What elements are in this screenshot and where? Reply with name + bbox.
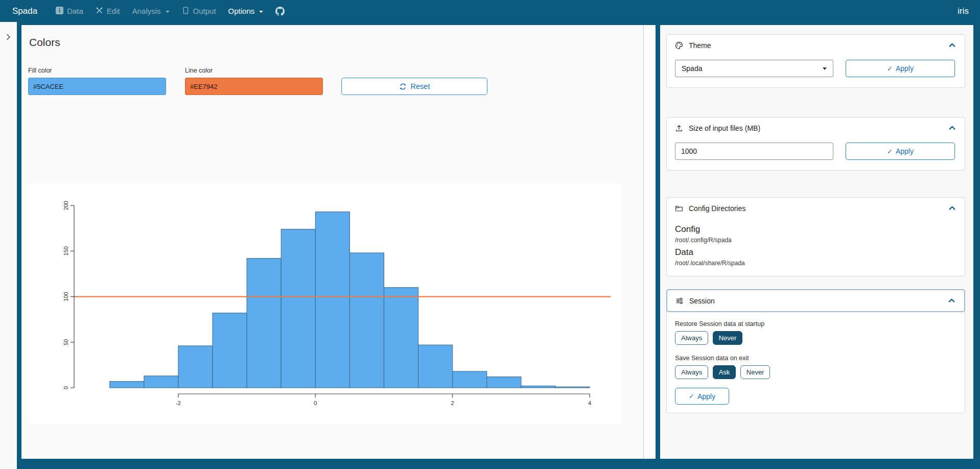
svg-text:0: 0 <box>314 400 317 406</box>
restore-session-toggle-group: Always Never <box>675 331 956 345</box>
data-dir-path: /root/.local/share/R/spada <box>675 260 956 267</box>
restore-always-button[interactable]: Always <box>675 331 708 345</box>
chevron-up-icon[interactable] <box>947 296 956 305</box>
svg-text:2: 2 <box>451 400 454 406</box>
theme-apply-label: Apply <box>896 64 914 73</box>
nav-item-label: Data <box>67 7 83 15</box>
nav-item-output[interactable]: Output <box>182 7 216 16</box>
config-dirs-panel-body: Config /root/.config/R/spada Data /root/… <box>667 219 965 276</box>
content-frame: Colors Fill color Line color Reset <box>17 22 980 469</box>
config-dirs-panel-title: Config Directories <box>689 204 745 213</box>
theme-panel-body: Spada ✓ Apply <box>667 56 965 87</box>
file-size-panel-body: ✓ Apply <box>667 138 965 170</box>
svg-text:100: 100 <box>63 292 69 301</box>
line-color-label: Line color <box>185 67 323 74</box>
sliders-icon <box>675 297 684 305</box>
check-icon: ✓ <box>689 392 694 400</box>
app-brand[interactable]: Spada <box>12 6 37 16</box>
save-session-toggle-group: Always Ask Never <box>675 365 956 379</box>
save-never-button[interactable]: Never <box>740 365 771 379</box>
options-sidebar: Theme Spada ✓ Apply <box>660 25 973 459</box>
restore-never-button[interactable]: Never <box>713 331 743 345</box>
histogram-plot: 050100150200-2024 <box>28 183 622 424</box>
nav-item-edit[interactable]: Edit <box>96 7 120 16</box>
line-color-input[interactable] <box>185 78 323 95</box>
session-panel-title: Session <box>689 297 715 305</box>
config-dirs-panel: Config Directories Config /root/.config/… <box>666 197 965 276</box>
chevron-down-icon <box>823 67 827 70</box>
svg-text:0: 0 <box>63 386 69 389</box>
page-content: Colors Fill color Line color Reset <box>0 22 980 469</box>
file-size-apply-button[interactable]: ✓ Apply <box>846 143 955 160</box>
fill-color-label: Fill color <box>28 67 166 74</box>
data-dir-name: Data <box>675 247 956 257</box>
config-dir-path: /root/.config/R/spada <box>675 237 956 244</box>
theme-select[interactable]: Spada <box>675 60 833 77</box>
nav-item-data[interactable]: Data <box>56 7 83 16</box>
file-size-input[interactable] <box>675 143 833 160</box>
info-square-icon <box>56 7 63 16</box>
fill-color-group: Fill color <box>28 67 166 95</box>
active-dataset-label: iris <box>958 6 969 16</box>
main-scrollbar-track[interactable] <box>643 25 656 459</box>
reset-label: Reset <box>411 82 430 90</box>
theme-panel-header[interactable]: Theme <box>667 35 965 56</box>
palette-icon <box>675 41 683 50</box>
config-dir-name: Config <box>675 224 956 235</box>
config-dirs-panel-header[interactable]: Config Directories <box>667 198 965 219</box>
svg-text:4: 4 <box>588 400 591 406</box>
theme-panel: Theme Spada ✓ Apply <box>666 34 965 88</box>
nav-item-options[interactable]: Options <box>228 7 264 15</box>
file-size-apply-label: Apply <box>896 147 914 155</box>
main-panel: Colors Fill color Line color Reset <box>21 25 656 459</box>
svg-text:-2: -2 <box>176 400 181 406</box>
session-apply-label: Apply <box>697 392 715 401</box>
chevron-up-icon[interactable] <box>948 204 956 213</box>
save-session-label: Save Session data on exit <box>675 355 956 362</box>
check-icon: ✓ <box>887 148 893 155</box>
line-color-group: Line color <box>185 67 323 95</box>
nav-item-analysis[interactable]: Analysis <box>132 7 170 15</box>
file-size-panel: Size of input files (MB) ✓ Apply <box>666 117 965 171</box>
folder-icon <box>675 204 683 213</box>
theme-apply-button[interactable]: ✓ Apply <box>846 60 955 77</box>
histogram-svg: 050100150200-2024 <box>28 183 622 424</box>
svg-text:150: 150 <box>63 246 69 255</box>
theme-select-value: Spada <box>682 64 702 73</box>
refresh-icon <box>399 83 407 90</box>
nav-item-label: Analysis <box>132 7 161 15</box>
nav-item-label: Options <box>228 7 255 15</box>
fill-color-input[interactable] <box>28 78 166 95</box>
svg-text:50: 50 <box>63 339 69 345</box>
upload-icon <box>675 124 683 132</box>
session-panel-body: Restore Session data at startup Always N… <box>667 312 965 413</box>
svg-text:200: 200 <box>63 201 69 210</box>
chevron-up-icon[interactable] <box>948 124 956 132</box>
chevron-up-icon[interactable] <box>948 41 956 50</box>
save-always-button[interactable]: Always <box>675 365 708 379</box>
chevron-down-icon <box>259 11 263 13</box>
color-controls: Fill color Line color Reset <box>28 67 656 95</box>
restore-session-label: Restore Session data at startup <box>675 320 956 327</box>
github-icon[interactable] <box>275 7 285 16</box>
check-icon: ✓ <box>887 65 893 73</box>
panel-divider <box>656 25 660 459</box>
chevron-down-icon <box>166 11 170 13</box>
session-panel-header[interactable]: Session <box>666 289 965 312</box>
page-title: Colors <box>29 36 656 49</box>
left-gutter <box>0 22 17 469</box>
session-apply-button[interactable]: ✓ Apply <box>675 388 729 405</box>
file-size-panel-header[interactable]: Size of input files (MB) <box>667 118 965 138</box>
file-size-panel-title: Size of input files (MB) <box>689 124 760 132</box>
nav-item-label: Edit <box>107 7 120 15</box>
tablet-icon <box>182 7 190 16</box>
sidebar-expand-toggle[interactable] <box>4 32 13 42</box>
navbar: Spada Data Edit Analysis Output Options … <box>0 0 980 22</box>
tools-icon <box>96 7 103 16</box>
save-ask-button[interactable]: Ask <box>713 365 736 379</box>
nav-item-label: Output <box>193 7 216 15</box>
reset-button[interactable]: Reset <box>341 78 487 95</box>
session-panel: Session Restore Session data at startup … <box>666 289 965 413</box>
theme-panel-title: Theme <box>689 41 711 50</box>
